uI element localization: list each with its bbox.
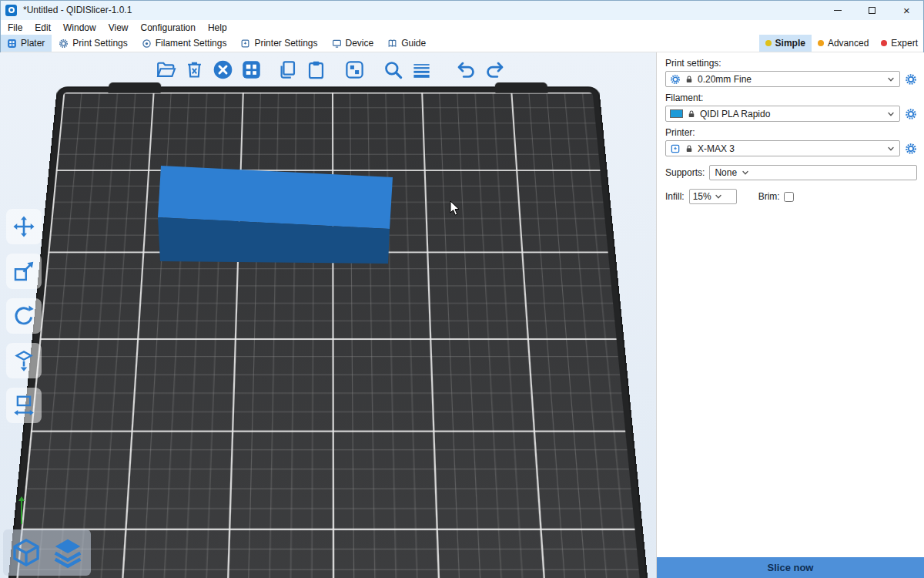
open-folder-button[interactable] xyxy=(152,56,179,82)
printer-combo[interactable]: X-MAX 3 xyxy=(665,140,900,156)
app-logo-icon xyxy=(5,5,17,16)
printer-value: X-MAX 3 xyxy=(698,143,882,154)
menu-window[interactable]: Window xyxy=(57,20,102,35)
copy-icon xyxy=(277,59,298,80)
lock-icon xyxy=(685,144,694,153)
filament-combo[interactable]: QIDI PLA Rapido xyxy=(665,106,900,122)
measure-icon xyxy=(12,394,35,417)
minimize-icon xyxy=(834,10,842,11)
rotate-tool-button[interactable] xyxy=(6,298,42,334)
menu-configuration[interactable]: Configuration xyxy=(135,20,202,35)
split-objects-button[interactable] xyxy=(341,56,367,82)
window-title: *Untitled - QIDISlicer-1.0.1 xyxy=(23,5,820,15)
delete-all-icon xyxy=(213,59,233,80)
mode-expert[interactable]: Expert xyxy=(875,35,924,52)
scale-icon xyxy=(12,260,35,283)
printer-label: Printer: xyxy=(665,127,917,138)
printer-icon xyxy=(240,39,250,49)
mouse-cursor xyxy=(450,200,462,217)
arrange-button[interactable] xyxy=(238,56,264,82)
maximize-icon xyxy=(869,7,875,14)
menu-help[interactable]: Help xyxy=(202,20,233,35)
editor-view-button[interactable] xyxy=(5,532,47,573)
tab-device[interactable]: Device xyxy=(325,35,381,52)
edit-print-settings-button[interactable] xyxy=(905,73,917,86)
bed-clip xyxy=(495,82,548,92)
view-switch xyxy=(3,529,91,576)
tab-print-settings[interactable]: Print Settings xyxy=(52,35,134,52)
filament-value: QIDI PLA Rapido xyxy=(700,109,882,119)
gizmo-toolbar xyxy=(6,209,42,423)
maximize-button[interactable] xyxy=(855,0,889,20)
redo-button[interactable] xyxy=(481,56,507,82)
title-bar: *Untitled - QIDISlicer-1.0.1 × xyxy=(0,0,924,20)
paste-icon xyxy=(306,59,326,80)
device-icon xyxy=(332,39,342,49)
open-folder-icon xyxy=(156,59,176,80)
delete-all-button[interactable] xyxy=(209,56,236,82)
infill-combo[interactable]: 15% xyxy=(689,189,737,204)
tab-filament-settings[interactable]: Filament Settings xyxy=(135,35,234,52)
menu-file[interactable]: File xyxy=(2,20,28,35)
tab-plater[interactable]: Plater xyxy=(0,35,52,52)
edit-filament-button[interactable] xyxy=(905,108,917,120)
expert-dot-icon xyxy=(881,40,887,46)
place-on-face-button[interactable] xyxy=(6,343,42,378)
plater-icon xyxy=(7,39,17,49)
mode-simple[interactable]: Simple xyxy=(759,35,812,52)
brim-label: Brim: xyxy=(758,191,780,202)
3d-viewport[interactable] xyxy=(0,52,656,578)
viewport-toolbar xyxy=(152,56,510,82)
search-button[interactable] xyxy=(380,56,406,82)
trash-icon xyxy=(184,59,205,80)
printer-icon xyxy=(670,143,681,154)
arrange-icon xyxy=(241,59,262,80)
infill-label: Infill: xyxy=(665,191,685,202)
layer-height-icon xyxy=(411,59,432,80)
move-icon xyxy=(12,215,35,238)
filament-swatch xyxy=(670,109,683,118)
tab-guide[interactable]: Guide xyxy=(380,35,433,52)
layers-stack-icon xyxy=(52,536,84,569)
copy-button[interactable] xyxy=(274,56,300,82)
minimize-button[interactable] xyxy=(820,0,855,20)
chevron-down-icon xyxy=(886,75,896,84)
scale-tool-button[interactable] xyxy=(6,254,42,289)
menu-view[interactable]: View xyxy=(102,20,135,35)
chevron-down-icon xyxy=(714,192,723,201)
tab-printer-settings[interactable]: Printer Settings xyxy=(233,35,324,52)
lock-icon xyxy=(687,109,696,119)
delete-button[interactable] xyxy=(181,56,207,82)
split-objects-icon xyxy=(344,59,365,80)
edit-printer-button[interactable] xyxy=(905,143,917,155)
move-tool-button[interactable] xyxy=(6,209,42,244)
paste-button[interactable] xyxy=(303,56,329,82)
undo-button[interactable] xyxy=(453,56,479,82)
gear-icon xyxy=(59,39,69,49)
model-blue-box[interactable] xyxy=(154,160,400,268)
slice-now-button[interactable]: Slice now xyxy=(657,557,924,578)
close-button[interactable]: × xyxy=(889,0,924,20)
close-icon: × xyxy=(903,5,910,16)
advanced-dot-icon xyxy=(818,40,824,46)
measure-tool-button[interactable] xyxy=(6,388,42,423)
slice-now-label: Slice now xyxy=(768,562,814,573)
gear-icon xyxy=(670,74,681,85)
preview-view-button[interactable] xyxy=(47,532,89,573)
redo-icon xyxy=(484,59,505,80)
cube-icon xyxy=(10,536,42,569)
filament-label: Filament: xyxy=(665,92,917,103)
print-settings-combo[interactable]: 0.20mm Fine xyxy=(665,71,900,87)
supports-combo[interactable]: None xyxy=(709,165,917,180)
menu-edit[interactable]: Edit xyxy=(28,20,57,35)
filament-icon xyxy=(142,39,152,49)
mode-advanced[interactable]: Advanced xyxy=(812,35,875,52)
brim-checkbox[interactable] xyxy=(784,192,794,202)
place-on-face-icon xyxy=(12,349,35,372)
lock-icon xyxy=(685,75,694,84)
variable-layer-height-button[interactable] xyxy=(408,56,434,82)
print-settings-value: 0.20mm Fine xyxy=(698,74,882,85)
rotate-icon xyxy=(12,304,35,328)
guide-icon xyxy=(387,39,397,49)
settings-sidebar: Print settings: 0.20mm Fine Filament: QI… xyxy=(656,52,924,578)
